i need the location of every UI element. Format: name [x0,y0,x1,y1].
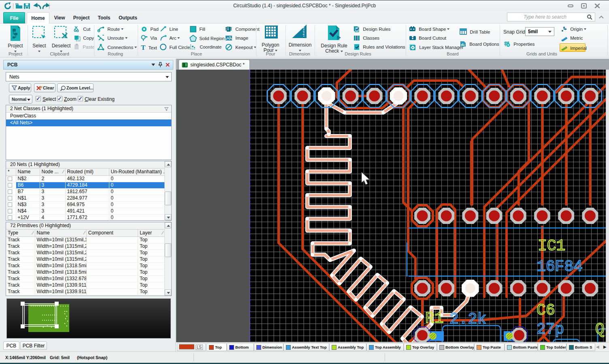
svg-text:16F84: 16F84 [537,258,583,275]
svg-text:27p: 27p [537,321,564,338]
svg-text:C6: C6 [537,302,555,319]
svg-text:IC1: IC1 [538,237,565,255]
svg-text:Q: Q [595,321,605,338]
svg-text:2.2k: 2.2k [449,311,486,328]
svg-text:R1: R1 [425,310,444,327]
